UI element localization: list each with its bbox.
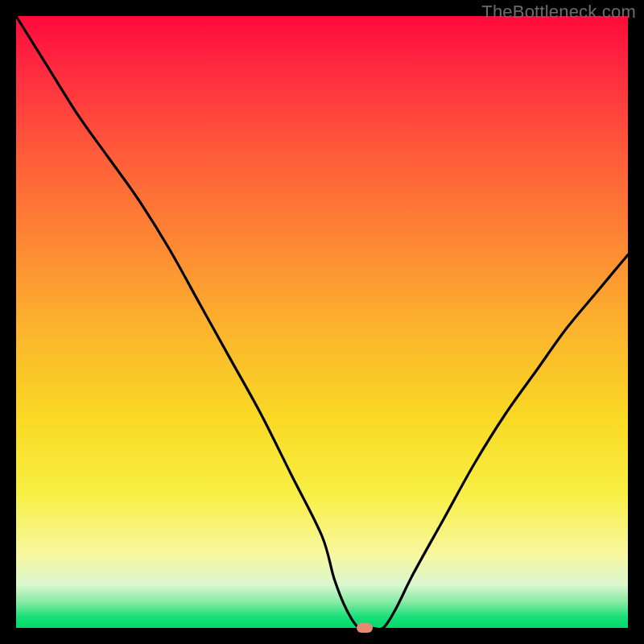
curve-layer bbox=[16, 16, 628, 628]
chart-stage: TheBottleneck.com bbox=[0, 0, 644, 644]
bottleneck-curve bbox=[16, 16, 628, 630]
watermark-text: TheBottleneck.com bbox=[481, 2, 636, 23]
